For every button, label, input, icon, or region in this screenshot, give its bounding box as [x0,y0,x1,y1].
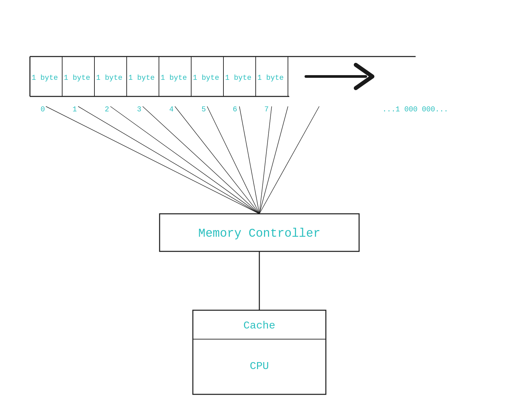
index-3: 3 [137,105,141,114]
svg-line-22 [259,106,319,214]
svg-line-17 [175,106,259,214]
cell-5-label: 1 byte [193,74,219,82]
cpu-label: CPU [250,360,269,372]
cache-label: Cache [243,320,275,332]
svg-line-15 [110,106,259,214]
index-2: 2 [105,105,109,114]
cell-2-label: 1 byte [96,74,122,82]
cell-0-label: 1 byte [32,74,58,82]
svg-line-13 [46,106,259,214]
svg-line-20 [259,106,272,214]
cell-4-label: 1 byte [161,74,187,82]
memory-controller-label: Memory Controller [198,227,320,240]
cell-3-label: 1 byte [128,74,155,82]
index-6: 6 [233,105,237,114]
index-0: 0 [41,105,45,114]
cell-7-label: 1 byte [257,74,284,82]
index-4: 4 [169,105,174,114]
svg-line-18 [207,106,259,214]
svg-line-19 [239,106,259,214]
cell-6-label: 1 byte [225,74,251,82]
svg-line-16 [143,106,259,214]
index-5: 5 [201,105,206,114]
index-7: 7 [264,105,269,114]
svg-line-21 [259,106,288,214]
ellipsis-label: ...1 000 000... [382,105,448,114]
cell-1-label: 1 byte [64,74,90,82]
index-1: 1 [72,105,77,114]
diagram-container: 1 byte 1 byte 1 byte 1 byte 1 byte 1 byt… [0,0,532,399]
svg-line-14 [78,106,259,214]
